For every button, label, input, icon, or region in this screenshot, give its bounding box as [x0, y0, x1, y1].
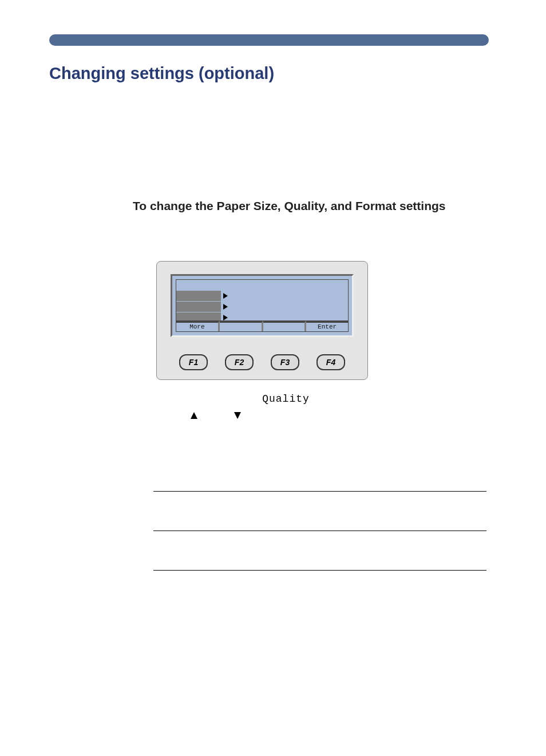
- right-arrow-icon: [223, 293, 228, 299]
- lcd-row-3: Quality: [176, 302, 348, 312]
- option-name: Best: [153, 459, 239, 484]
- step-2-text-b: , then press the: [310, 392, 385, 404]
- lcd-inner: Print Fax Scan Paper Quality Format More: [176, 279, 349, 332]
- up-arrow-icon: [191, 412, 197, 419]
- step-1: 1.From the Main menu, highlight the sett…: [133, 230, 488, 245]
- right-arrow-icon: [223, 315, 228, 320]
- f3-button[interactable]: F3: [271, 354, 299, 370]
- step-2-text-c: buttons to scroll through the following …: [244, 408, 465, 420]
- device-panel: Print Fax Scan Paper Quality Format More: [156, 261, 368, 380]
- lcd-screen: Print Fax Scan Paper Quality Format More: [171, 274, 354, 337]
- step-1-text: From the Main menu, highlight the settin…: [152, 231, 453, 243]
- step-1-number: 1.: [133, 230, 152, 245]
- options-table: Best 2400 x 1200 dpi; best picture quali…: [153, 452, 486, 589]
- header-bar: [49, 34, 489, 46]
- lcd-row-1: Print Fax Scan: [176, 280, 348, 291]
- softkey-1: More: [176, 320, 220, 331]
- f1-button[interactable]: F1: [179, 354, 208, 370]
- table-row: Best 2400 x 1200 dpi; best picture quali…: [153, 452, 486, 492]
- lcd-row-2-text: Paper: [179, 291, 201, 299]
- softkey-3: [263, 320, 307, 331]
- step-2-number: 2.: [133, 390, 152, 406]
- option-desc: 2400 x 1200 dpi; best picture quality; l…: [239, 459, 486, 484]
- table-row: Better* 1200 x 1200 dpi; standard pictur…: [153, 492, 486, 531]
- intro-paragraph: Before printing, you may want to change …: [133, 102, 488, 146]
- f2-button[interactable]: F2: [225, 354, 254, 370]
- table-row: Good 600 x 600 dpi; minimum picture qual…: [153, 531, 486, 571]
- option-name: Good: [153, 538, 239, 563]
- step-2-text-a: For example, highlight: [152, 392, 262, 404]
- option-name: Better*: [153, 498, 239, 524]
- step-2: 2.For example, highlight Quality, then p…: [133, 390, 488, 422]
- softkey-2: [220, 320, 263, 331]
- page-title: Changing settings (optional): [49, 64, 274, 83]
- down-arrow-icon: [234, 412, 241, 419]
- right-arrow-icon: [223, 304, 228, 310]
- lcd-row-3-text: Quality: [179, 302, 209, 310]
- lcd-row-1-text: Print Fax Scan: [179, 280, 240, 288]
- or-word: or: [200, 408, 213, 420]
- lcd-softkey-bar: More Enter: [176, 320, 348, 331]
- section-heading: To change the Paper Size, Quality, and F…: [133, 199, 446, 213]
- quality-inline-label: Quality: [262, 393, 310, 405]
- softkey-4: Enter: [306, 320, 348, 331]
- lcd-row-2: Paper: [176, 291, 348, 302]
- lcd-row-4-text: Format: [179, 313, 205, 321]
- option-desc: 600 x 600 dpi; minimum picture quality; …: [239, 538, 486, 563]
- option-desc: 1200 x 1200 dpi; standard picture qualit…: [239, 498, 486, 524]
- function-key-row: F1 F2 F3 F4: [171, 354, 354, 370]
- f4-button[interactable]: F4: [316, 354, 345, 370]
- footnote: * Default setting: [153, 571, 486, 589]
